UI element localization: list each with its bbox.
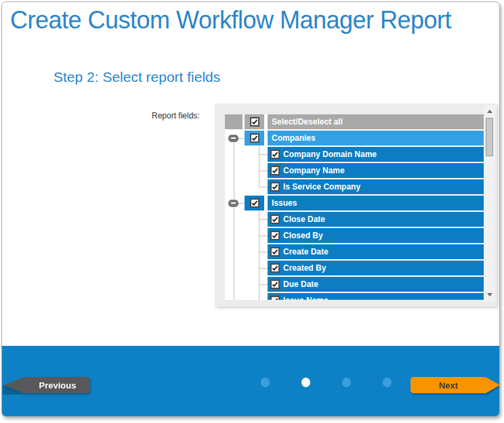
tree-line — [234, 208, 234, 300]
checkmark-icon — [272, 233, 278, 238]
checkmark-icon — [272, 168, 278, 173]
row-label: Company Domain Name — [283, 147, 377, 162]
tree-line — [259, 171, 268, 171]
step-heading: Step 2: Select report fields — [54, 69, 220, 85]
row-checkbox[interactable] — [250, 117, 259, 127]
tree-line — [259, 154, 268, 155]
collapse-button[interactable] — [228, 135, 238, 142]
row-label: Closed By — [283, 228, 323, 243]
checkmark-icon — [272, 217, 278, 222]
checkmark-icon — [272, 184, 278, 190]
row-label: Created By — [283, 261, 326, 275]
row-checkbox[interactable] — [270, 166, 280, 175]
row-checkbox[interactable] — [270, 182, 280, 192]
next-button-label: Next — [439, 380, 459, 391]
page-title: Create Custom Workflow Manager Report — [10, 6, 451, 35]
step-dot-1 — [261, 378, 270, 387]
tree-row-select-all[interactable]: Select/Deselect all — [225, 114, 484, 129]
tree-line — [259, 187, 268, 187]
tree-row[interactable]: Issues — [225, 196, 484, 210]
row-label: Company Name — [283, 163, 345, 178]
step-dot-3 — [342, 378, 351, 387]
previous-button-label: Previous — [39, 380, 77, 391]
collapse-button[interactable] — [228, 200, 238, 207]
tree-line — [259, 210, 259, 300]
row-label: Companies — [272, 131, 316, 146]
tree-line — [259, 252, 268, 252]
row-checkbox[interactable] — [270, 247, 280, 257]
row-checkbox[interactable] — [270, 150, 280, 159]
tree-line — [259, 236, 268, 236]
scrollbar-thumb[interactable] — [486, 118, 493, 156]
row-checkbox[interactable] — [270, 231, 280, 240]
tree-line — [259, 268, 268, 269]
checkmark-icon — [251, 200, 258, 206]
scrollbar-down-icon[interactable] — [487, 293, 492, 296]
checkmark-icon — [251, 135, 258, 141]
row-label: Create Date — [283, 244, 329, 259]
checkmark-icon — [272, 152, 278, 157]
row-label: Close Date — [283, 212, 325, 227]
tree-line — [259, 284, 268, 285]
wizard-window: Create Custom Workflow Manager Report St… — [1, 1, 500, 417]
checkmark-icon — [272, 282, 278, 287]
minus-icon — [231, 137, 236, 139]
tree-row[interactable]: Companies — [225, 131, 484, 146]
minus-icon — [231, 202, 236, 204]
row-checkbox[interactable] — [270, 263, 280, 273]
row-label: Is Service Company — [283, 179, 360, 194]
tree-line — [234, 143, 234, 199]
tree-line — [259, 146, 259, 187]
previous-button[interactable]: Previous — [3, 375, 91, 395]
row-checkbox[interactable] — [270, 280, 280, 289]
checkmark-icon — [272, 298, 278, 300]
tree-line — [259, 219, 268, 220]
tree-row[interactable]: Issue Name — [225, 293, 484, 300]
scrollbar-up-icon[interactable] — [487, 110, 492, 113]
report-fields-tree: Select/Deselect allCompaniesCompany Doma… — [225, 114, 484, 300]
row-label: Issue Name — [283, 293, 329, 300]
scrollbar-track[interactable] — [484, 106, 495, 301]
checkmark-icon — [272, 265, 278, 271]
checkmark-icon — [272, 249, 278, 254]
row-checkbox[interactable] — [270, 215, 280, 224]
step-dot-2-active — [301, 378, 310, 387]
row-label: Due Date — [283, 277, 318, 292]
report-fields-label: Report fields: — [152, 111, 200, 120]
tree-line — [238, 203, 245, 204]
row-checkbox[interactable] — [270, 296, 280, 300]
checkmark-icon — [251, 119, 258, 125]
row-checkbox[interactable] — [250, 198, 259, 208]
step-dot-4 — [383, 378, 392, 387]
row-label: Issues — [272, 196, 297, 210]
row-label: Select/Deselect all — [272, 114, 343, 129]
tree-line — [238, 138, 245, 139]
row-checkbox[interactable] — [250, 133, 259, 143]
next-button[interactable]: Next — [410, 375, 500, 395]
